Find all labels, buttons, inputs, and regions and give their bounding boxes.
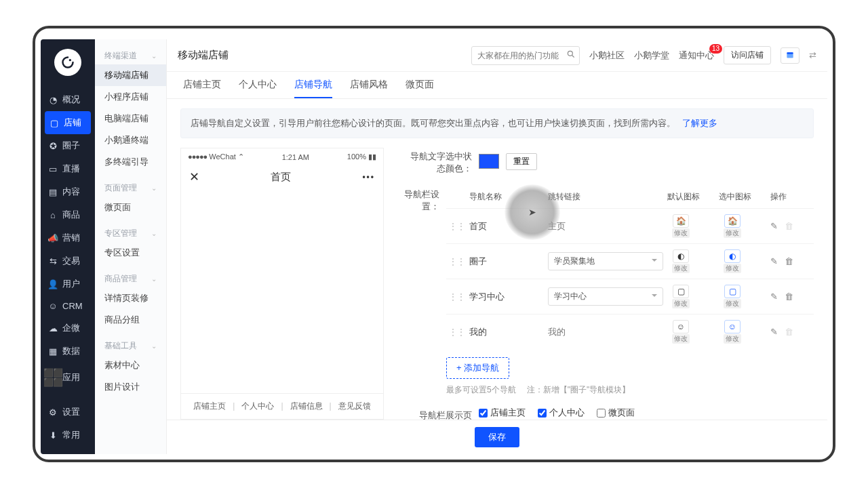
display-option-微页面[interactable]: 微页面	[597, 407, 635, 419]
checkbox[interactable]	[597, 409, 606, 418]
settings-panel: 导航文字选中状态颜色： 重置 导航栏设置： 导航名称 跳转链接 默认图标	[404, 148, 814, 420]
rail-item-企微[interactable]: ☁企微	[41, 317, 95, 340]
crm-icon: ☺	[47, 301, 58, 311]
phone-footer-link[interactable]: 店铺主页	[193, 401, 226, 412]
col-default-icon: 默认图标	[667, 191, 715, 203]
visit-store-button[interactable]: 访问店铺	[724, 46, 771, 64]
rail-label: 直播	[62, 163, 80, 175]
rail-item-内容[interactable]: ▤内容	[41, 180, 95, 203]
rail-item-常用[interactable]: ⬇常用	[41, 424, 95, 447]
active-icon-picker[interactable]: 🏠修改	[719, 214, 746, 238]
app-icon: ⬛⬛⬛⬛	[47, 368, 58, 387]
phone-close-icon[interactable]: ✕	[189, 169, 199, 184]
active-icon-picker[interactable]: ▢修改	[719, 285, 746, 308]
active-icon-picker[interactable]: ☺修改	[719, 320, 746, 344]
edit-icon[interactable]: ✎	[770, 256, 778, 266]
phone-footer-link[interactable]: 店铺信息	[281, 401, 322, 412]
sidebar-group-商品管理[interactable]: 商品管理⌄	[95, 269, 166, 287]
search-input[interactable]	[471, 46, 580, 65]
default-icon-picker[interactable]: ◐修改	[667, 249, 694, 273]
theme-switcher[interactable]	[781, 47, 800, 64]
default-icon-picker[interactable]: ☺修改	[667, 320, 694, 344]
sidebar-group-基础工具[interactable]: 基础工具⌄	[95, 336, 166, 354]
link-school[interactable]: 小鹅学堂	[634, 49, 669, 62]
drag-handle-icon[interactable]: ⋮⋮	[449, 222, 465, 231]
sidebar-item-小程序店铺[interactable]: 小程序店铺	[95, 86, 166, 108]
col-ops: 操作	[770, 191, 811, 203]
color-swatch[interactable]	[479, 154, 499, 169]
phone-footer-link[interactable]: 意见反馈	[330, 401, 371, 412]
save-button[interactable]: 保存	[475, 427, 519, 447]
sidebar-item-小鹅通终端[interactable]: 小鹅通终端	[95, 129, 166, 151]
sidebar-group-终端渠道[interactable]: 终端渠道⌄	[95, 46, 166, 64]
sidebar-item-移动端店铺[interactable]: 移动端店铺	[95, 64, 166, 86]
sidebar-item-详情页装修[interactable]: 详情页装修	[95, 287, 166, 309]
phone-more-icon[interactable]: •••	[362, 172, 375, 182]
delete-icon[interactable]: 🗑	[785, 291, 793, 302]
left-rail: ◔概况▢店铺✪圈子▭直播▤内容⌂商品📣营销⇆交易👤用户☺CRM☁企微▦数据⬛⬛⬛…	[41, 39, 95, 454]
rail-item-概况[interactable]: ◔概况	[41, 88, 95, 111]
sidebar-item-商品分组[interactable]: 商品分组	[95, 309, 166, 331]
sidebar-group-页面管理[interactable]: 页面管理⌄	[95, 178, 166, 197]
navbar-label: 导航栏设置：	[404, 186, 446, 213]
phone-footer-link[interactable]: 个人中心	[233, 401, 274, 412]
default-icon-picker[interactable]: ▢修改	[667, 285, 694, 308]
tab-微页面[interactable]: 微页面	[406, 72, 434, 98]
sidebar-item-电脑端店铺[interactable]: 电脑端店铺	[95, 108, 166, 129]
rail-item-用户[interactable]: 👤用户	[41, 272, 95, 296]
tab-店铺风格[interactable]: 店铺风格	[350, 72, 388, 98]
checkbox[interactable]	[538, 409, 547, 418]
sidebar-item-专区设置[interactable]: 专区设置	[95, 242, 166, 264]
sidebar-item-多终端引导[interactable]: 多终端引导	[95, 151, 166, 173]
rail-item-直播[interactable]: ▭直播	[41, 157, 95, 180]
chevron-down-icon: ⌄	[151, 342, 157, 350]
reset-button[interactable]: 重置	[506, 153, 537, 170]
rail-item-圈子[interactable]: ✪圈子	[41, 134, 95, 157]
edit-icon[interactable]: ✎	[770, 291, 778, 302]
chevron-down-icon: ⌄	[151, 52, 157, 60]
delete-icon: 🗑	[785, 327, 793, 337]
active-icon-picker[interactable]: ◐修改	[719, 249, 746, 273]
rail-item-商品[interactable]: ⌂商品	[41, 203, 95, 226]
color-label: 导航文字选中状态颜色：	[404, 148, 479, 175]
add-nav-button[interactable]: + 添加导航	[446, 357, 509, 379]
display-option-店铺主页[interactable]: 店铺主页	[479, 407, 526, 419]
rail-item-应用[interactable]: ⬛⬛⬛⬛应用	[41, 363, 95, 392]
rail-item-数据[interactable]: ▦数据	[41, 340, 95, 363]
sidebar-item-微页面[interactable]: 微页面	[95, 197, 166, 218]
delete-icon[interactable]: 🗑	[785, 256, 793, 266]
checkbox-label: 店铺主页	[490, 407, 526, 419]
rail-item-营销[interactable]: 📣营销	[41, 226, 95, 249]
drag-handle-icon[interactable]: ⋮⋮	[449, 327, 465, 337]
sidebar-item-图片设计[interactable]: 图片设计	[95, 376, 166, 398]
phone-preview: ●●●●● WeChat ⌃ 1:21 AM 100% ▮▮ ✕ 首页 ••• …	[180, 148, 384, 420]
display-option-个人中心[interactable]: 个人中心	[538, 407, 585, 419]
nav-link-text: 我的	[548, 326, 663, 338]
search-icon[interactable]	[566, 49, 576, 59]
banner-learn-more[interactable]: 了解更多	[682, 118, 717, 128]
tab-个人中心[interactable]: 个人中心	[239, 72, 277, 98]
swap-icon[interactable]: ⇄	[809, 50, 816, 60]
sidebar-item-素材中心[interactable]: 素材中心	[95, 354, 166, 376]
drag-handle-icon[interactable]: ⋮⋮	[449, 292, 465, 302]
rail-item-交易[interactable]: ⇆交易	[41, 249, 95, 272]
rail-item-设置[interactable]: ⚙设置	[41, 401, 95, 424]
tab-店铺主页[interactable]: 店铺主页	[183, 72, 221, 98]
svg-rect-3	[787, 52, 793, 54]
checkbox[interactable]	[479, 409, 488, 418]
rail-item-CRM[interactable]: ☺CRM	[41, 296, 95, 317]
drag-handle-icon[interactable]: ⋮⋮	[449, 257, 465, 266]
link-community[interactable]: 小鹅社区	[589, 49, 625, 62]
edit-icon[interactable]: ✎	[770, 327, 778, 337]
link-notify[interactable]: 通知中心 13	[679, 49, 714, 62]
tab-店铺导航[interactable]: 店铺导航	[294, 72, 332, 98]
edit-icon[interactable]: ✎	[770, 221, 778, 231]
rail-item-店铺[interactable]: ▢店铺	[45, 111, 91, 134]
nav-link-select[interactable]: 学员聚集地	[548, 252, 663, 270]
sidebar-group-专区管理[interactable]: 专区管理⌄	[95, 224, 166, 242]
hint-max: 最多可设置5个导航	[446, 384, 516, 396]
nav-link-select[interactable]: 学习中心	[548, 287, 663, 306]
info-banner: 店铺导航自定义设置，引导用户前往您精心设计的页面。既可帮您突出重点内容，也可让用…	[180, 108, 814, 138]
default-icon-picker[interactable]: 🏠修改	[667, 214, 694, 238]
rail-label: 常用	[62, 429, 80, 441]
